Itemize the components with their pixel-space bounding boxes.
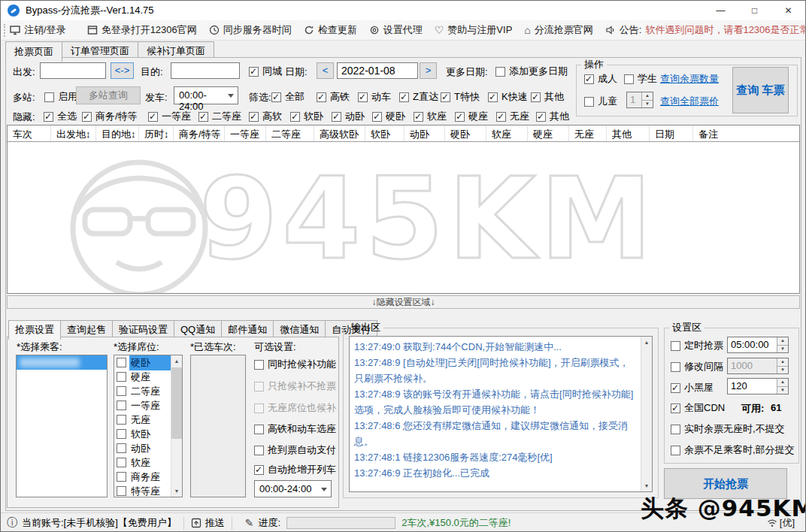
scroll-down-icon[interactable]: ▼: [641, 480, 652, 491]
stepper-arrows-icon[interactable]: ▲▼: [777, 379, 788, 394]
add-more-dates-checkbox[interactable]: 添加更多日期: [495, 65, 568, 78]
col-soft-seat[interactable]: 软座: [486, 125, 528, 141]
seat-row-dongwo[interactable]: 动卧: [114, 441, 171, 455]
col-remark[interactable]: 备注: [693, 125, 799, 141]
col-deluxe-sleeper[interactable]: 高级软卧: [314, 125, 365, 141]
seat-row-ruanzuo[interactable]: 软座: [114, 455, 171, 470]
seat-row-ruanwo[interactable]: 软卧: [114, 427, 171, 441]
filter-checkbox-tekuai[interactable]: T特快: [441, 90, 480, 104]
toolbar-check-update[interactable]: 检查更新: [304, 23, 357, 37]
student-checkbox[interactable]: 学生: [624, 72, 657, 86]
option-noseat-waitlist-checkbox[interactable]: 无座席位也候补: [254, 401, 336, 415]
tab-grab-settings[interactable]: 抢票设置: [8, 320, 61, 340]
option-seat-selection-checkbox[interactable]: 高铁和动车选座: [254, 422, 336, 436]
depart-time-select[interactable]: 00:00-24:00: [174, 86, 238, 104]
child-count-stepper[interactable]: 1▲▼: [626, 92, 653, 108]
option-waitlist-also-checkbox[interactable]: 同时抢候补功能: [254, 358, 336, 371]
toolbar-sync-time[interactable]: 同步服务器时间: [209, 23, 292, 37]
timed-grab-time-stepper[interactable]: 05:00:00▲▼: [727, 337, 789, 353]
filter-checkbox-dongche[interactable]: 动车: [358, 90, 391, 104]
partial-submit-checkbox[interactable]: 余票不足乘客时,部分提交: [671, 443, 795, 457]
col-first-class[interactable]: 一等座: [225, 125, 266, 141]
to-input[interactable]: [171, 62, 240, 79]
scroll-up-icon[interactable]: ▲: [641, 337, 652, 348]
selected-trains-list[interactable]: [190, 355, 246, 497]
toolbar-official-site[interactable]: ⌂ 分流抢票官网: [524, 23, 592, 37]
col-hard-sleeper[interactable]: 硬卧: [445, 125, 486, 141]
same-city-checkbox[interactable]: 同城: [249, 65, 282, 78]
output-log[interactable]: 13:27:49:0 获取到:744个CDN,开始智能测速中... 13:27:…: [349, 336, 653, 492]
maximize-button[interactable]: □: [738, 1, 771, 20]
date-prev-button[interactable]: <: [317, 62, 334, 79]
option-auto-pay-checkbox[interactable]: 抢到票自动支付: [254, 443, 336, 457]
collapse-settings-bar[interactable]: ↓隐藏设置区域↓: [7, 295, 800, 309]
seat-row-erdengzuo[interactable]: 二等座: [114, 384, 171, 398]
col-from[interactable]: 出发地↕: [51, 125, 96, 141]
seat-row-wuzuo[interactable]: 无座: [114, 413, 171, 427]
hide-checkbox-ruanzuo[interactable]: 软座: [414, 110, 447, 123]
blackroom-checkbox[interactable]: 小黑屋: [671, 381, 714, 394]
adult-checkbox[interactable]: 成人: [584, 72, 617, 86]
col-train-no[interactable]: 车次: [8, 125, 51, 141]
timed-grab-checkbox[interactable]: 定时抢票: [671, 339, 723, 352]
query-remaining-tickets-link[interactable]: 查询余票数量: [660, 72, 719, 86]
filter-checkbox-kuaisu[interactable]: K快速: [488, 90, 528, 104]
seat-list[interactable]: 硬卧 硬座 二等座 一等座 无座 软卧 动卧 软座 商务座 特等座 ▲ ▼: [114, 355, 183, 497]
stepper-arrows-icon[interactable]: ▲▼: [641, 92, 653, 107]
filter-checkbox-other[interactable]: 其他: [531, 90, 564, 104]
output-scrollbar[interactable]: ▲ ▼: [641, 337, 652, 491]
tab-grab-page[interactable]: 抢票页面: [5, 41, 62, 62]
hide-checkbox-other[interactable]: 其他: [536, 110, 569, 123]
seat-row-yidengzuo[interactable]: 一等座: [114, 398, 171, 413]
grab-time-range-select[interactable]: 00:00-24:00: [254, 480, 332, 497]
minimize-button[interactable]: —: [704, 1, 738, 20]
hide-checkbox-business[interactable]: 商务/特等: [82, 110, 138, 123]
col-other[interactable]: 其他: [607, 125, 650, 141]
passenger-list[interactable]: [16, 355, 108, 497]
scroll-up-icon[interactable]: ▲: [171, 355, 182, 367]
seat-row-yingzuo[interactable]: 硬座: [114, 370, 171, 384]
enable-multi-checkbox[interactable]: 启用: [44, 90, 77, 104]
filter-checkbox-gaotie[interactable]: 高铁: [317, 90, 350, 104]
col-second-class[interactable]: 二等座: [266, 125, 314, 141]
col-emu-sleeper[interactable]: 动卧: [405, 125, 445, 141]
seat-row-shangwuzuo[interactable]: 商务座: [114, 470, 171, 484]
col-no-seat[interactable]: 无座: [569, 125, 607, 141]
passenger-selected-row[interactable]: [17, 355, 107, 370]
date-input[interactable]: 2022-01-08: [337, 62, 418, 79]
toolbar-proxy[interactable]: 设置代理: [369, 23, 423, 37]
noseat-nosubmit-checkbox[interactable]: 实时余票无座时,不提交: [671, 422, 785, 436]
hide-checkbox-yingzuo[interactable]: 硬座: [455, 110, 488, 123]
interval-checkbox[interactable]: 修改间隔: [671, 360, 723, 373]
query-tickets-button[interactable]: 查询 车票: [732, 67, 789, 113]
hide-checkbox-wuzuo[interactable]: 无座: [496, 110, 529, 123]
stepper-arrows-icon[interactable]: ▲▼: [777, 337, 788, 352]
seat-row-tedengzuo[interactable]: 特等座: [114, 484, 171, 497]
scroll-down-icon[interactable]: ▼: [171, 485, 182, 497]
scrollbar-thumb[interactable]: [171, 367, 182, 439]
multi-station-query-button[interactable]: 多站查询: [76, 86, 141, 104]
hide-checkbox-all[interactable]: 全选: [44, 110, 77, 123]
stepper-arrows-icon[interactable]: ▲▼: [777, 358, 788, 373]
col-duration[interactable]: 历时↕: [139, 125, 174, 141]
query-all-prices-link[interactable]: 查询全部票价: [660, 95, 719, 108]
col-to[interactable]: 目的地↕: [96, 125, 139, 141]
toolbar-vip[interactable]: ♡ 赞助与注册VIP: [435, 23, 513, 37]
date-next-button[interactable]: >: [420, 62, 437, 79]
cdn-checkbox[interactable]: 全国CDN: [671, 401, 725, 415]
swap-stations-button[interactable]: <->: [111, 62, 134, 79]
hide-checkbox-gaoruan[interactable]: 高软: [249, 110, 282, 123]
from-input[interactable]: [40, 62, 106, 79]
blackroom-stepper[interactable]: 120▲▼: [727, 378, 789, 394]
hide-checkbox-second[interactable]: 二等座: [198, 110, 241, 123]
close-button[interactable]: ✕: [771, 1, 805, 20]
col-hard-seat[interactable]: 硬座: [528, 125, 569, 141]
hide-checkbox-yingwo[interactable]: 硬卧: [372, 110, 405, 123]
filter-checkbox-all[interactable]: 全部: [271, 90, 305, 104]
interval-stepper[interactable]: 1000▲▼: [727, 358, 789, 374]
option-extra-trains-checkbox[interactable]: 自动抢增开列车: [254, 463, 336, 476]
push-label[interactable]: 推送: [205, 516, 225, 530]
option-waitlist-only-checkbox[interactable]: 只抢候补不抢票: [254, 379, 336, 393]
hide-checkbox-first[interactable]: 一等座: [148, 110, 191, 123]
col-soft-sleeper[interactable]: 软卧: [365, 125, 405, 141]
